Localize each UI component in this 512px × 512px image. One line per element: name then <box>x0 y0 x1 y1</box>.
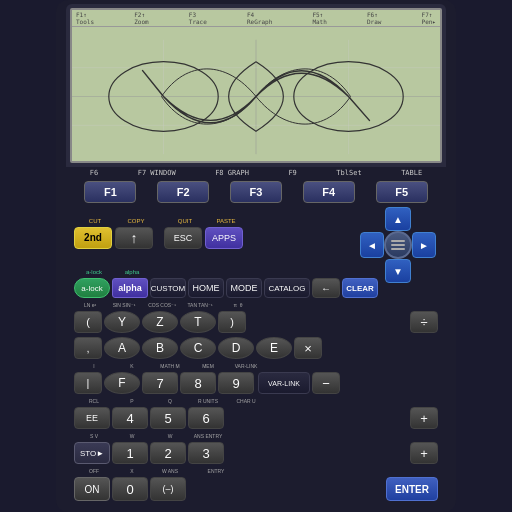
sto-label-top: S V <box>76 433 112 439</box>
sto-key[interactable]: STO► <box>74 442 110 464</box>
home-key[interactable]: HOME <box>188 278 224 298</box>
clear-key[interactable]: CLEAR <box>342 278 378 298</box>
y-key[interactable]: Y <box>104 311 140 333</box>
neg-key[interactable]: (–) <box>150 477 186 501</box>
keypad-row-6: EE 4 5 6 + <box>74 407 438 429</box>
open-paren-key[interactable]: ( <box>74 311 102 333</box>
alock-key[interactable]: a-lock <box>74 278 110 298</box>
menu-f6[interactable]: F6↑Draw <box>367 11 381 25</box>
nav-up-button[interactable]: ▲ <box>385 207 411 231</box>
catalog-key[interactable]: CATALOG <box>264 278 310 298</box>
char-label: CHAR U <box>228 398 264 404</box>
num7-key[interactable]: 7 <box>142 372 178 394</box>
plus-right-key[interactable]: + <box>410 407 438 429</box>
i-key[interactable]: F <box>104 372 140 394</box>
num3-key[interactable]: 3 <box>188 442 224 464</box>
off-label: OFF <box>76 468 112 474</box>
calculator-body: F1↑Tools F2↑Zoom F3Trace F4ReGraph F5↑Ma… <box>56 0 456 512</box>
mult-key[interactable]: × <box>294 337 322 359</box>
keypad-row-5: | F 7 8 9 VAR-LINK − <box>74 372 438 394</box>
minus-key[interactable]: − <box>312 372 340 394</box>
back-key[interactable]: ← <box>312 278 340 298</box>
num8-key[interactable]: 8 <box>180 372 216 394</box>
up-arrow-key[interactable]: ↑ <box>115 227 153 249</box>
4-label: P <box>114 398 150 404</box>
fkey-sub-f9: F9 <box>288 169 296 177</box>
f2-key[interactable]: F2 <box>157 181 209 203</box>
num1-key[interactable]: 1 <box>112 442 148 464</box>
on-key[interactable]: ON <box>74 477 110 501</box>
menu-f3[interactable]: F3Trace <box>189 11 207 25</box>
f3-key[interactable]: F3 <box>230 181 282 203</box>
cos-label: COS COS⁻¹ <box>144 302 180 308</box>
neg-label: W ANS <box>152 468 188 474</box>
div-key[interactable]: ÷ <box>410 311 438 333</box>
5-label: Q <box>152 398 188 404</box>
enter-key[interactable]: ENTER <box>386 477 438 501</box>
fkey-sublabel-row: F6 F7 WINDOW F8 GRAPH F9 TblSet TABLE <box>66 167 446 179</box>
menu-f4[interactable]: F4ReGraph <box>247 11 272 25</box>
alpha-key[interactable]: alpha <box>112 278 148 298</box>
num0-key[interactable]: 0 <box>112 477 148 501</box>
alock-label: a-lock <box>76 269 112 275</box>
c-key[interactable]: C <box>180 337 216 359</box>
rcl-label: RCL <box>76 398 112 404</box>
nav-right-button[interactable]: ► <box>412 232 436 258</box>
keypad-row-8: ON 0 (–) ENTER <box>74 477 438 501</box>
t-key[interactable]: T <box>180 311 216 333</box>
sin-label: SIN SIN⁻¹ <box>106 302 142 308</box>
num6-key[interactable]: 6 <box>188 407 224 429</box>
num9-key[interactable]: 9 <box>218 372 254 394</box>
f4-key[interactable]: F4 <box>303 181 355 203</box>
f5-key[interactable]: F5 <box>376 181 428 203</box>
apps-key[interactable]: APPS <box>205 227 243 249</box>
keypad-row-7: STO► 1 2 3 + <box>74 442 438 464</box>
fkey-sub-tblset: TblSet <box>336 169 361 177</box>
custom-key[interactable]: CUSTOM <box>150 278 186 298</box>
num5-key[interactable]: 5 <box>150 407 186 429</box>
screen: F1↑Tools F2↑Zoom F3Trace F4ReGraph F5↑Ma… <box>70 8 442 163</box>
pi-label: π θ <box>220 302 256 308</box>
alpha-label-top: alpha <box>114 269 150 275</box>
comma-key[interactable]: , <box>74 337 102 359</box>
menu-f5[interactable]: F5↑Math <box>312 11 326 25</box>
plus-key[interactable]: + <box>410 442 438 464</box>
e-key[interactable]: E <box>256 337 292 359</box>
menu-f1[interactable]: F1↑Tools <box>76 11 94 25</box>
z-key[interactable]: Z <box>142 311 178 333</box>
mode-key[interactable]: MODE <box>226 278 262 298</box>
nav-cluster: ▲ ▼ ◄ ► <box>360 207 436 283</box>
keypad-row-3: ( Y Z T ) ÷ <box>74 311 438 333</box>
menu-f2[interactable]: F2↑Zoom <box>134 11 148 25</box>
copy-label: COPY <box>117 218 155 224</box>
main-keypad: CUT COPY QUIT PASTE 2nd ↑ ESC APPS ▲ ▼ ◄… <box>66 205 446 503</box>
2nd-key[interactable]: 2nd <box>74 227 112 249</box>
f1-key[interactable]: F1 <box>84 181 136 203</box>
pipe-key[interactable]: | <box>74 372 102 394</box>
close-paren-key[interactable]: ) <box>218 311 246 333</box>
nav-center-button[interactable] <box>384 231 412 259</box>
fkey-sub-f7: F7 WINDOW <box>138 169 176 177</box>
num4-key[interactable]: 4 <box>112 407 148 429</box>
quit-label: QUIT <box>166 218 204 224</box>
a-key[interactable]: A <box>104 337 140 359</box>
num2-key[interactable]: 2 <box>150 442 186 464</box>
3-label: ANS ENTRY <box>190 433 226 439</box>
2-label: W <box>152 433 188 439</box>
varlink-key[interactable]: VAR-LINK <box>258 372 310 394</box>
paste-label: PASTE <box>207 218 245 224</box>
b-key[interactable]: B <box>142 337 178 359</box>
nav-down-button[interactable]: ▼ <box>385 259 411 283</box>
d-key[interactable]: D <box>218 337 254 359</box>
nav-left-button[interactable]: ◄ <box>360 232 384 258</box>
0-label: X <box>114 468 150 474</box>
fkey-sub-table: TABLE <box>401 169 422 177</box>
cut-label: CUT <box>76 218 114 224</box>
9-label: MEM <box>190 363 226 369</box>
esc-key[interactable]: ESC <box>164 227 202 249</box>
var-label: VAR-LINK <box>228 363 264 369</box>
screen-menu: F1↑Tools F2↑Zoom F3Trace F4ReGraph F5↑Ma… <box>72 10 440 27</box>
keypad-row-1: CUT COPY QUIT PASTE 2nd ↑ ESC APPS ▲ ▼ ◄… <box>74 207 438 259</box>
ee-key[interactable]: EE <box>74 407 110 429</box>
menu-f7[interactable]: F7↑Pen▸ <box>422 11 436 25</box>
